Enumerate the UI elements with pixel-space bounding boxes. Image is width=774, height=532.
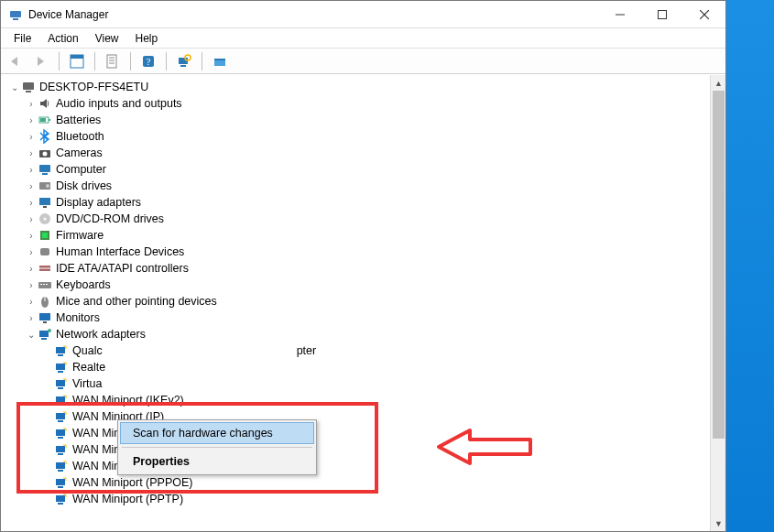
network-adapter-icon — [54, 492, 69, 506]
network-adapter-icon — [54, 360, 69, 375]
network-adapter-icon — [54, 459, 69, 473]
svg-rect-65 — [58, 470, 63, 472]
scroll-down-arrow[interactable]: ▼ — [711, 516, 726, 531]
scroll-up-arrow[interactable]: ▲ — [711, 75, 726, 91]
svg-rect-54 — [56, 380, 65, 386]
scroll-thumb[interactable] — [713, 91, 725, 439]
computer-icon — [38, 162, 52, 177]
svg-rect-57 — [58, 404, 63, 406]
tree-category[interactable]: › Audio inputs and outputs — [5, 95, 710, 112]
tree-category[interactable]: › Bluetooth — [5, 128, 710, 145]
tree-expander[interactable]: › — [25, 212, 38, 227]
tree-expander[interactable]: › — [25, 195, 38, 211]
tree-category[interactable]: › Display adapters — [5, 194, 710, 211]
menu-action[interactable]: Action — [40, 30, 85, 47]
tree-expander[interactable]: › — [25, 179, 38, 194]
tree-item-network-child[interactable]: WAN Miniport (Network Monitor) — [5, 458, 710, 474]
maximize-button[interactable] — [641, 1, 683, 27]
scan-hardware-button[interactable] — [173, 50, 195, 72]
tree-category[interactable]: › Human Interface Devices — [5, 244, 710, 260]
ctx-properties[interactable]: Properties — [120, 451, 314, 472]
svg-rect-20 — [26, 91, 31, 92]
tree-expander[interactable]: › — [25, 244, 38, 260]
tree-expander[interactable]: › — [25, 96, 38, 112]
svg-rect-59 — [58, 420, 63, 422]
help-button[interactable]: ? — [137, 50, 159, 72]
tree-category[interactable]: › Mice and other pointing devices — [5, 293, 710, 309]
svg-rect-14 — [179, 58, 188, 64]
device-tree[interactable]: ⌄ DESKTOP-FFS4ETU › Audio inputs and out… — [1, 75, 710, 531]
tree-category[interactable]: › Keyboards — [5, 277, 710, 293]
category-label: Bluetooth — [56, 129, 104, 145]
close-button[interactable] — [683, 1, 725, 27]
minimize-button[interactable] — [599, 1, 641, 27]
tree-expander[interactable]: › — [25, 294, 38, 309]
properties-button[interactable] — [102, 50, 124, 72]
vertical-scrollbar[interactable]: ▲ ▼ — [710, 75, 725, 531]
show-hidden-button[interactable] — [209, 50, 231, 72]
menu-file[interactable]: File — [6, 30, 38, 47]
svg-rect-60 — [56, 429, 65, 436]
category-label: IDE ATA/ATAPI controllers — [56, 261, 189, 277]
tree-root[interactable]: ⌄ DESKTOP-FFS4ETU — [5, 79, 710, 95]
tree-expander[interactable]: ⌄ — [8, 80, 21, 95]
tree-category[interactable]: › Firmware — [5, 227, 710, 244]
tree-category[interactable]: › IDE ATA/ATAPI controllers — [5, 260, 710, 277]
tree-item-network-child[interactable]: WAN Miniport (L2TP) — [5, 441, 710, 458]
svg-rect-46 — [43, 321, 47, 323]
tree-expander[interactable]: › — [25, 228, 38, 244]
tree-expander[interactable]: › — [25, 162, 38, 178]
tree-expander[interactable]: › — [25, 261, 38, 277]
monitor-icon — [38, 310, 52, 325]
tree-category[interactable]: › Cameras — [5, 145, 710, 161]
svg-rect-8 — [107, 55, 116, 68]
toolbar-separator — [166, 52, 167, 71]
tree-expander[interactable]: › — [25, 277, 38, 293]
firmware-icon — [38, 228, 52, 243]
svg-rect-56 — [56, 396, 65, 403]
tree-expander[interactable]: › — [25, 129, 38, 145]
svg-rect-62 — [56, 446, 65, 452]
ide-icon — [38, 261, 52, 276]
tree-category[interactable]: › Monitors — [5, 309, 710, 326]
network-adapter-icon — [54, 475, 69, 490]
up-level-button[interactable] — [66, 50, 88, 72]
network-child-label: Realte — [72, 360, 105, 375]
tree-expander[interactable]: › — [25, 146, 38, 161]
network-child-label: WAN Miniport (IKEv2) — [72, 393, 184, 408]
tree-expander[interactable]: › — [25, 113, 38, 128]
forward-button[interactable] — [30, 50, 52, 72]
tree-item-network-child[interactable]: Realte — [5, 359, 710, 375]
back-button[interactable] — [5, 50, 27, 72]
tree-category[interactable]: › Batteries — [5, 112, 710, 128]
tree-category[interactable]: › Computer — [5, 161, 710, 178]
tree-item-network-child[interactable]: WAN Miniport (PPTP) — [5, 491, 710, 507]
menu-view[interactable]: View — [88, 30, 126, 47]
network-child-label: Qualc — [72, 343, 103, 359]
svg-point-49 — [48, 329, 51, 332]
svg-rect-35 — [42, 233, 48, 238]
network-adapter-icon — [54, 442, 69, 457]
tree-expander[interactable]: › — [25, 310, 38, 326]
tree-category[interactable]: › DVD/CD-ROM drives — [5, 211, 710, 227]
menu-help[interactable]: Help — [128, 30, 166, 47]
svg-rect-69 — [58, 503, 63, 505]
svg-point-29 — [46, 184, 49, 188]
svg-rect-40 — [40, 284, 42, 285]
tree-item-network-child[interactable]: WAN Miniport (IKEv2) — [5, 392, 710, 408]
root-label: DESKTOP-FFS4ETU — [39, 80, 148, 95]
svg-rect-66 — [56, 479, 65, 485]
tree-category-network[interactable]: ⌄ Network adapters — [5, 326, 710, 342]
tree-category[interactable]: › Disk drives — [5, 178, 710, 194]
ctx-scan-hardware[interactable]: Scan for hardware changes — [120, 422, 314, 444]
tree-item-network-child[interactable]: WAN Miniport (PPPOE) — [5, 474, 710, 491]
tree-item-network-child[interactable]: WAN Miniport (IP) — [5, 408, 710, 425]
tree-expander[interactable]: ⌄ — [25, 327, 38, 342]
tree-item-network-child[interactable]: WAN Miniport (IPv6) — [5, 425, 710, 441]
svg-rect-36 — [40, 248, 49, 255]
tree-item-network-child[interactable]: Virtua — [5, 375, 710, 392]
svg-rect-3 — [659, 10, 667, 18]
toolbar: ? — [1, 49, 725, 74]
svg-point-25 — [43, 152, 48, 157]
tree-item-network-child[interactable]: Qualcpter — [5, 342, 710, 359]
